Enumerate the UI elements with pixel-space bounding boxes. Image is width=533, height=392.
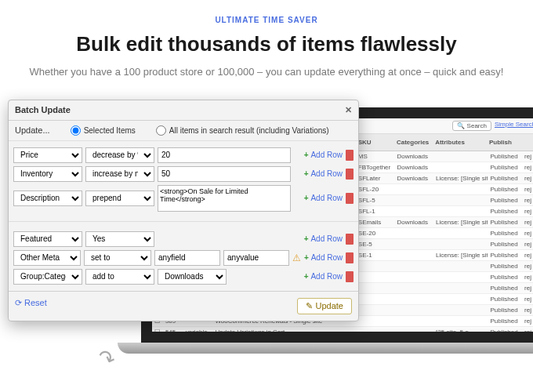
update-label: Update... xyxy=(15,125,50,135)
page-subhead: Whether you have a 100 product store or … xyxy=(0,64,533,80)
delete-row-icon[interactable] xyxy=(346,271,354,282)
table-row[interactable]: ☐545variableUpdate Variations in Cart[25… xyxy=(152,327,533,338)
rule-value-input[interactable] xyxy=(158,147,291,163)
rule-op-select[interactable]: increase by number xyxy=(85,166,154,182)
rule-op-select[interactable]: prepend xyxy=(85,191,154,206)
radio-all-items[interactable]: All items in search result (including Va… xyxy=(156,125,329,136)
rule-field-select[interactable]: Description xyxy=(13,191,82,206)
rule-field-select[interactable]: Inventory xyxy=(13,166,82,182)
add-row-button[interactable]: Add Row xyxy=(304,253,343,262)
add-row-button[interactable]: Add Row xyxy=(304,151,343,159)
rule-op-select[interactable]: add to xyxy=(85,269,154,285)
search-button[interactable]: 🔍 Search xyxy=(452,121,491,131)
rule-op-select[interactable]: decrease by % xyxy=(85,147,154,163)
page-headline: Bulk edit thousands of items flawlessly xyxy=(0,32,533,56)
delete-row-icon[interactable] xyxy=(346,169,354,180)
rule-value-input[interactable] xyxy=(158,166,291,182)
rule-field-select[interactable]: Group:Categories xyxy=(13,269,82,285)
rule-row: Featured Yes Add Row xyxy=(13,231,354,247)
batch-update-dialog: Batch Update ✕ Update... Selected Items … xyxy=(8,100,359,321)
add-row-button[interactable]: Add Row xyxy=(304,194,343,202)
rule-op-select[interactable]: set to xyxy=(84,250,151,266)
rule-value-input[interactable] xyxy=(223,250,289,266)
rule-row: Price decrease by % Add Row xyxy=(13,147,354,163)
rule-op-select[interactable]: Yes xyxy=(85,231,154,247)
rule-field-select[interactable]: Price xyxy=(13,147,82,163)
delete-row-icon[interactable] xyxy=(346,252,354,263)
rule-field-select[interactable]: Other Meta xyxy=(13,250,81,266)
rule-value-input[interactable]: <strong>On Sale for Limited Time</strong… xyxy=(158,185,291,212)
add-row-button[interactable]: Add Row xyxy=(304,169,343,178)
eyebrow-text: ULTIMATE TIME SAVER xyxy=(0,16,533,24)
delete-row-icon[interactable] xyxy=(346,150,354,161)
add-row-button[interactable]: Add Row xyxy=(304,234,343,243)
table-row[interactable]: ☐589Update Variations in Cart - 25-site8… xyxy=(152,338,533,343)
rule-row: Group:Categories add to Downloads Add Ro… xyxy=(13,269,354,285)
dialog-title: Batch Update xyxy=(15,105,71,114)
rule-field-select[interactable]: Featured xyxy=(13,231,82,247)
rule-value-input[interactable] xyxy=(154,250,220,266)
decorative-arrow: ↶ xyxy=(94,344,118,373)
update-button[interactable]: Update xyxy=(297,298,352,314)
rule-row: Inventory increase by number Add Row xyxy=(13,166,354,182)
warning-icon: ⚠ xyxy=(292,252,301,263)
rule-row: Other Meta set to ⚠ Add Row xyxy=(13,250,354,266)
rule-value-select[interactable]: Downloads xyxy=(158,269,227,285)
close-icon[interactable]: ✕ xyxy=(345,105,352,115)
simple-search-link[interactable]: Simple Search xyxy=(495,121,533,131)
rule-row: Description prepend <strong>On Sale for … xyxy=(13,185,354,212)
reset-button[interactable]: Reset xyxy=(15,298,47,314)
radio-selected-items[interactable]: Selected Items xyxy=(71,125,136,136)
delete-row-icon[interactable] xyxy=(346,234,354,245)
delete-row-icon[interactable] xyxy=(346,193,354,204)
add-row-button[interactable]: Add Row xyxy=(304,272,343,281)
